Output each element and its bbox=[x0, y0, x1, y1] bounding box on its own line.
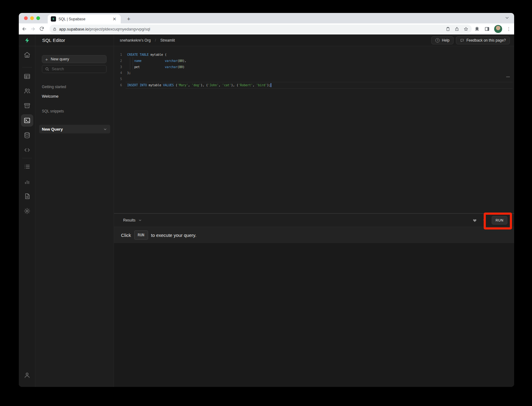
results-toolbar: Results RUN bbox=[114, 214, 514, 227]
supabase-app: SQL Editor snehankekre's Org / Streamlit… bbox=[19, 35, 514, 387]
feedback-button[interactable]: Feedback on this page? bbox=[456, 36, 510, 44]
help-button[interactable]: ? Help bbox=[431, 36, 453, 44]
line-number: 4 bbox=[114, 70, 122, 76]
results-empty-area bbox=[114, 243, 514, 387]
results-message: Click RUN to execute your query. bbox=[114, 227, 514, 243]
help-circle-icon: ? bbox=[435, 38, 440, 43]
indent-guide bbox=[133, 57, 133, 70]
browser-tab[interactable]: SQL | Supabase ✕ bbox=[48, 14, 121, 23]
message-prefix: Click bbox=[121, 233, 131, 238]
page-title: SQL Editor bbox=[42, 38, 65, 43]
reload-button[interactable] bbox=[37, 25, 46, 33]
plus-icon: + bbox=[45, 57, 48, 62]
message-suffix: to execute your query. bbox=[151, 233, 196, 238]
text-cursor bbox=[271, 83, 271, 87]
icon-sidebar bbox=[19, 46, 35, 387]
line-number: 5 bbox=[114, 76, 122, 82]
code-text: CREATE TABLE mytable ( bbox=[122, 52, 167, 58]
breadcrumb: snehankekre's Org / Streamlit bbox=[114, 38, 175, 43]
code-line[interactable]: 1CREATE TABLE mytable ( bbox=[114, 52, 514, 58]
run-kbd-badge: RUN bbox=[134, 230, 148, 240]
search-input[interactable] bbox=[52, 67, 98, 71]
browser-window: SQL | Supabase ✕ + app.supa bbox=[19, 13, 514, 387]
window-controls bbox=[24, 16, 40, 20]
desktop-background: SQL | Supabase ✕ + app.supa bbox=[0, 0, 532, 406]
snippet-search[interactable] bbox=[42, 65, 107, 73]
supabase-favicon bbox=[51, 16, 56, 22]
share-icon[interactable] bbox=[454, 26, 459, 31]
section-sql-snippets: SQL snippets bbox=[42, 109, 64, 113]
logs-list-icon[interactable] bbox=[23, 163, 31, 170]
browser-toolbar: app.supabase.io/project/pldexcuqrnyedang… bbox=[19, 23, 514, 35]
code-line[interactable]: 6INSERT INTO mytable VALUES ('Mary', 'do… bbox=[114, 82, 514, 88]
api-code-icon[interactable] bbox=[23, 146, 31, 154]
tab-title: SQL | Supabase bbox=[58, 17, 111, 21]
tab-strip: SQL | Supabase ✕ + bbox=[19, 13, 514, 23]
results-dropdown[interactable]: Results bbox=[123, 218, 142, 222]
browser-menu-icon[interactable]: ⋮ bbox=[506, 26, 511, 32]
app-header: SQL Editor snehankekre's Org / Streamlit… bbox=[19, 35, 514, 46]
code-text: ); bbox=[122, 70, 131, 76]
rail-divider bbox=[22, 67, 32, 67]
docs-file-icon[interactable] bbox=[23, 193, 31, 200]
lock-icon bbox=[53, 27, 57, 31]
search-icon bbox=[45, 67, 49, 71]
code-text: name varchar(80), bbox=[122, 58, 186, 64]
table-editor-icon[interactable] bbox=[23, 73, 31, 80]
copy-clipboard-icon[interactable] bbox=[445, 26, 450, 31]
section-getting-started: Getting started bbox=[42, 85, 66, 89]
code-line[interactable]: 2 name varchar(80), bbox=[114, 58, 514, 64]
tab-close-icon[interactable]: ✕ bbox=[111, 16, 118, 22]
code-line[interactable]: 4); bbox=[114, 70, 514, 76]
code-line[interactable]: 3 pet varchar(80) bbox=[114, 64, 514, 70]
indent-guide bbox=[130, 57, 130, 70]
reports-chart-icon[interactable] bbox=[23, 178, 31, 185]
sql-code-editor[interactable]: 1CREATE TABLE mytable (2 name varchar(80… bbox=[114, 46, 514, 213]
rail-divider bbox=[22, 158, 32, 158]
code-line[interactable]: 5 bbox=[114, 76, 514, 82]
chevron-down-icon[interactable] bbox=[482, 218, 487, 222]
breadcrumb-separator: / bbox=[155, 38, 156, 43]
storage-icon[interactable] bbox=[23, 102, 31, 109]
zoom-window-button[interactable] bbox=[36, 16, 40, 20]
new-query-button[interactable]: + New query bbox=[42, 55, 107, 63]
supabase-logo[interactable] bbox=[19, 35, 35, 46]
sidebar-item-new-query[interactable]: New Query bbox=[39, 125, 110, 133]
code-text bbox=[122, 76, 127, 82]
settings-gear-icon[interactable] bbox=[23, 207, 31, 215]
sidebar-item-welcome[interactable]: Welcome bbox=[42, 94, 58, 99]
address-bar[interactable]: app.supabase.io/project/pldexcuqrnyedang… bbox=[50, 25, 472, 33]
breadcrumb-org[interactable]: snehankekre's Org bbox=[120, 38, 151, 43]
breadcrumb-project[interactable]: Streamlit bbox=[160, 38, 175, 43]
code-text: pet varchar(80) bbox=[122, 64, 184, 70]
line-number: 2 bbox=[114, 58, 122, 64]
account-person-icon[interactable] bbox=[23, 371, 31, 379]
line-number: 3 bbox=[114, 64, 122, 70]
chat-bubble-icon bbox=[460, 38, 464, 43]
forward-button[interactable] bbox=[29, 25, 37, 33]
close-window-button[interactable] bbox=[24, 16, 28, 20]
chevron-down-icon bbox=[138, 218, 142, 222]
minimize-window-button[interactable] bbox=[30, 16, 34, 20]
sql-editor-sidebar: + New query Getting started Welcome SQL … bbox=[35, 46, 114, 387]
scrollbar-marker[interactable] bbox=[506, 76, 510, 77]
bookmark-star-icon[interactable] bbox=[463, 26, 469, 32]
auth-users-icon[interactable] bbox=[23, 87, 31, 95]
line-number: 6 bbox=[114, 82, 122, 88]
database-icon[interactable] bbox=[23, 132, 31, 139]
run-button[interactable]: RUN bbox=[492, 216, 507, 225]
side-panel-icon[interactable] bbox=[484, 26, 490, 32]
back-button[interactable] bbox=[20, 25, 29, 33]
sql-editor-icon[interactable] bbox=[21, 114, 33, 127]
extensions-puzzle-icon[interactable] bbox=[474, 26, 480, 32]
new-tab-button[interactable]: + bbox=[125, 15, 133, 23]
url-text: app.supabase.io/project/pldexcuqrnyedang… bbox=[59, 27, 150, 31]
chevron-down-icon[interactable] bbox=[103, 127, 107, 131]
tab-search-chevron-icon[interactable] bbox=[505, 15, 510, 20]
home-icon[interactable] bbox=[23, 51, 31, 59]
favorite-heart-icon[interactable] bbox=[472, 218, 477, 223]
profile-avatar[interactable] bbox=[494, 25, 502, 33]
code-text: INSERT INTO mytable VALUES ('Mary', 'dog… bbox=[122, 82, 271, 88]
code-area: 1CREATE TABLE mytable (2 name varchar(80… bbox=[114, 52, 514, 88]
main-content: 1CREATE TABLE mytable (2 name varchar(80… bbox=[114, 46, 514, 387]
